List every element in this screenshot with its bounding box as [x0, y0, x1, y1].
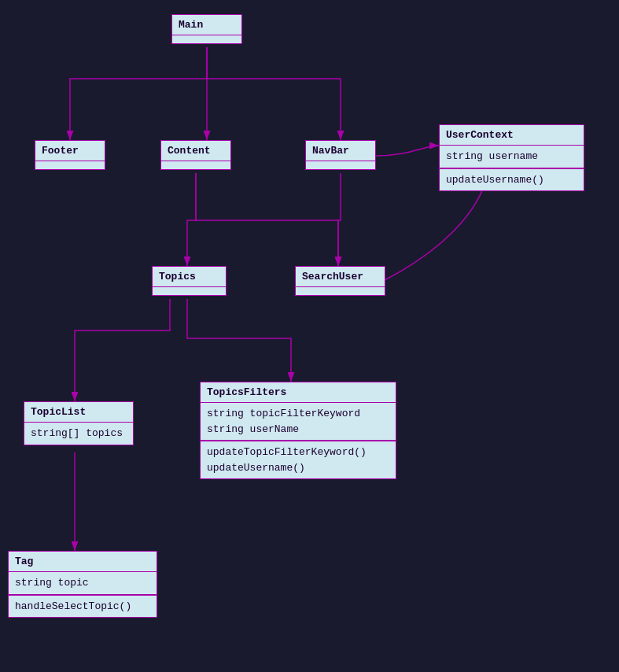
node-navbar-title: NavBar: [306, 141, 375, 161]
node-topiclist-title: TopicList: [24, 402, 133, 423]
node-content-body: [161, 161, 230, 169]
diagram-container: Main Footer Content NavBar UserContext s…: [0, 0, 619, 672]
node-main-title: Main: [172, 15, 241, 35]
node-content: Content: [160, 140, 231, 170]
node-searchuser-title: SearchUser: [296, 267, 385, 287]
node-tag-props: string topic: [9, 572, 157, 595]
node-topiclist-props: string[] topics: [24, 423, 133, 445]
node-tag-title: Tag: [9, 552, 157, 572]
node-topicsfilters-props: string topicFilterKeyword string userNam…: [201, 403, 396, 441]
node-topics: Topics: [152, 266, 227, 296]
node-footer-body: [35, 161, 105, 169]
node-topics-title: Topics: [153, 267, 226, 287]
node-tag-methods: handleSelectTopic(): [9, 595, 157, 618]
node-topicsfilters: TopicsFilters string topicFilterKeyword …: [200, 382, 396, 479]
node-topicsfilters-methods: updateTopicFilterKeyword() updateUsernam…: [201, 441, 396, 478]
node-footer: Footer: [35, 140, 105, 170]
node-tag: Tag string topic handleSelectTopic(): [8, 551, 157, 618]
node-usercontext-props: string username: [440, 146, 584, 168]
node-usercontext-methods: updateUsername(): [440, 168, 584, 191]
node-footer-title: Footer: [35, 141, 105, 161]
node-searchuser: SearchUser: [295, 266, 385, 296]
node-topiclist: TopicList string[] topics: [24, 401, 134, 445]
node-usercontext-title: UserContext: [440, 125, 584, 146]
node-content-title: Content: [161, 141, 230, 161]
node-topicsfilters-title: TopicsFilters: [201, 382, 396, 403]
node-main-body: [172, 35, 241, 43]
node-searchuser-body: [296, 287, 385, 295]
node-usercontext: UserContext string username updateUserna…: [439, 124, 584, 191]
node-topics-body: [153, 287, 226, 295]
node-navbar-body: [306, 161, 375, 169]
node-navbar: NavBar: [305, 140, 376, 170]
node-main: Main: [171, 14, 242, 44]
